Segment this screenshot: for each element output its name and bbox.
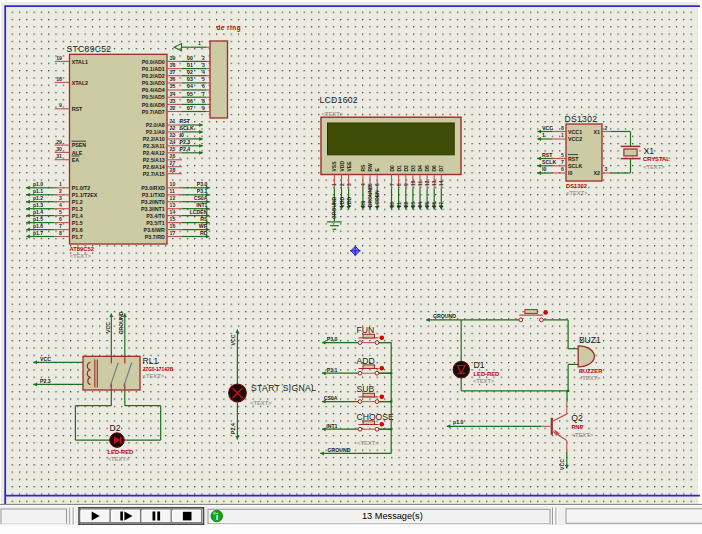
svg-text:D7: D7 — [438, 165, 444, 172]
svg-text:AT89C52: AT89C52 — [70, 246, 94, 252]
svg-text:5: 5 — [59, 209, 62, 215]
svg-text:DS1302: DS1302 — [565, 114, 598, 124]
svg-text:de ring: de ring — [217, 24, 242, 32]
svg-text:13 Message(s): 13 Message(s) — [362, 511, 423, 521]
svg-text:28: 28 — [170, 167, 176, 173]
svg-text:35: 35 — [170, 83, 176, 89]
svg-text:P3.4/T0: P3.4/T0 — [146, 213, 165, 219]
svg-text:LCDEN: LCDEN — [374, 190, 380, 208]
svg-text:VDD: VDD — [346, 197, 352, 208]
svg-text:VCC1: VCC1 — [568, 129, 582, 135]
svg-text:P0.0/AD0: P0.0/AD0 — [142, 59, 165, 65]
svg-text:5: 5 — [561, 152, 564, 158]
svg-text:P2.3: P2.3 — [180, 139, 191, 145]
svg-text:P3.7/RD: P3.7/RD — [145, 234, 165, 240]
svg-text:29: 29 — [56, 139, 62, 145]
svg-text:6: 6 — [202, 83, 205, 89]
svg-text:30: 30 — [56, 146, 62, 152]
svg-text:P0.3/AD3: P0.3/AD3 — [142, 80, 165, 86]
svg-text:VCC: VCC — [105, 322, 111, 333]
svg-text:P3.0: P3.0 — [197, 181, 208, 187]
svg-text:P2.1/A9: P2.1/A9 — [146, 129, 165, 135]
svg-text:01: 01 — [187, 62, 193, 68]
svg-text:CS0A: CS0A — [194, 195, 208, 201]
svg-text:6: 6 — [59, 216, 62, 222]
svg-text:P0.4/AD4: P0.4/AD4 — [142, 87, 165, 93]
svg-text:10: 10 — [411, 180, 416, 186]
svg-text:8: 8 — [202, 98, 205, 104]
svg-text:VCC2: VCC2 — [568, 136, 582, 142]
svg-text:19: 19 — [56, 55, 62, 61]
svg-text:RL1: RL1 — [143, 356, 159, 366]
svg-text:12: 12 — [170, 195, 176, 201]
svg-text:VCC: VCC — [230, 334, 236, 345]
svg-text:13: 13 — [432, 180, 437, 186]
svg-text:RST: RST — [568, 156, 579, 162]
svg-text:SCLK: SCLK — [180, 125, 194, 131]
svg-text:00: 00 — [187, 55, 193, 61]
svg-text:<TEXT>: <TEXT> — [322, 111, 344, 117]
svg-text:2: 2 — [605, 125, 608, 131]
svg-text:11: 11 — [170, 188, 176, 194]
svg-text:3: 3 — [347, 183, 352, 186]
svg-text:P0.5/AD5: P0.5/AD5 — [142, 94, 165, 100]
svg-text:RS: RS — [360, 200, 366, 208]
svg-text:10: 10 — [170, 181, 176, 187]
svg-text:LED-RED: LED-RED — [474, 371, 500, 377]
svg-text:P2.3: P2.3 — [40, 378, 51, 384]
svg-text:05: 05 — [424, 202, 430, 208]
svg-text:VDD: VDD — [339, 161, 345, 172]
svg-text:p1.2: p1.2 — [33, 195, 43, 201]
svg-text:<TEXT>: <TEXT> — [108, 456, 130, 462]
svg-text:36: 36 — [170, 76, 176, 82]
svg-text:P2.6/A14: P2.6/A14 — [143, 164, 165, 170]
svg-text:LCD1602: LCD1602 — [320, 95, 358, 105]
svg-text:39: 39 — [170, 55, 176, 61]
svg-text:X1: X1 — [594, 129, 601, 135]
svg-text:P1.4: P1.4 — [72, 213, 83, 219]
svg-text:P3.0: P3.0 — [327, 336, 338, 342]
svg-text:BUZZER: BUZZER — [579, 368, 603, 374]
svg-text:6: 6 — [561, 166, 564, 172]
svg-text:1: 1 — [198, 40, 201, 46]
svg-text:18: 18 — [56, 76, 62, 82]
svg-text:ADD: ADD — [357, 356, 375, 366]
svg-text:VCC: VCC — [559, 459, 565, 470]
svg-text:<TEXT>: <TEXT> — [143, 373, 165, 379]
svg-text:07: 07 — [438, 202, 444, 208]
svg-text:1: 1 — [542, 132, 545, 138]
svg-text:INT1: INT1 — [326, 423, 337, 429]
svg-text:P2.7/A15: P2.7/A15 — [143, 171, 165, 177]
svg-text:05: 05 — [187, 91, 193, 97]
svg-text:VCC: VCC — [40, 356, 51, 362]
svg-text:37: 37 — [170, 69, 176, 75]
svg-text:p1.7: p1.7 — [33, 230, 43, 236]
svg-text:STC89C52: STC89C52 — [67, 44, 112, 54]
svg-text:GROUND: GROUND — [328, 447, 351, 453]
svg-text:p1.0: p1.0 — [453, 419, 463, 425]
svg-text:GROUND: GROUND — [433, 313, 456, 319]
svg-text:JZC0-17142B: JZC0-17142B — [143, 367, 174, 372]
svg-text:X2: X2 — [594, 170, 601, 176]
svg-text:<TEXT>: <TEXT> — [357, 440, 379, 446]
svg-text:<TEXT>: <TEXT> — [250, 400, 272, 406]
svg-text:D2: D2 — [403, 165, 409, 172]
svg-text:P0.6/AD6: P0.6/AD6 — [142, 102, 165, 108]
svg-text:VCC: VCC — [542, 125, 553, 131]
svg-text:8: 8 — [59, 230, 62, 236]
svg-text:I0: I0 — [180, 132, 184, 138]
svg-text:6: 6 — [375, 183, 380, 186]
svg-text:24: 24 — [170, 139, 176, 145]
svg-text:RW: RW — [367, 163, 373, 172]
svg-text:4: 4 — [361, 183, 366, 186]
svg-text:P0.1/AD1: P0.1/AD1 — [142, 66, 165, 72]
svg-text:9: 9 — [202, 105, 205, 111]
svg-text:LCDEN: LCDEN — [190, 209, 208, 215]
svg-text:BUZ1: BUZ1 — [579, 335, 601, 345]
svg-text:7: 7 — [202, 91, 205, 97]
svg-text:P2.0/A8: P2.0/A8 — [146, 122, 165, 128]
svg-text:06: 06 — [187, 98, 193, 104]
svg-text:P3.1: P3.1 — [327, 367, 338, 373]
svg-text:P3.2/INT0: P3.2/INT0 — [141, 199, 165, 205]
svg-text:2: 2 — [202, 55, 205, 61]
